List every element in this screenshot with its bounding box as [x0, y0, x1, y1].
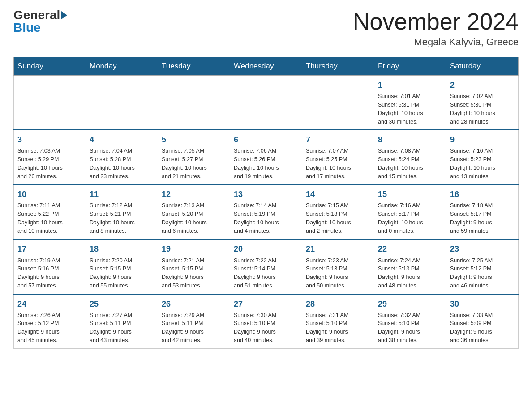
calendar-cell: 30Sunrise: 7:33 AM Sunset: 5:09 PM Dayli… — [446, 294, 519, 349]
calendar-cell: 4Sunrise: 7:04 AM Sunset: 5:28 PM Daylig… — [86, 130, 158, 184]
day-info: Sunrise: 7:11 AM Sunset: 5:22 PM Dayligh… — [17, 201, 82, 235]
day-number: 30 — [450, 298, 515, 310]
calendar-cell: 16Sunrise: 7:18 AM Sunset: 5:17 PM Dayli… — [446, 184, 519, 239]
day-info: Sunrise: 7:25 AM Sunset: 5:12 PM Dayligh… — [450, 257, 515, 290]
day-number: 14 — [306, 188, 370, 200]
calendar-cell — [14, 76, 86, 130]
month-title: November 2024 — [353, 9, 519, 34]
day-info: Sunrise: 7:19 AM Sunset: 5:16 PM Dayligh… — [17, 257, 82, 290]
calendar-cell: 28Sunrise: 7:31 AM Sunset: 5:10 PM Dayli… — [302, 294, 374, 349]
weekday-header-row: SundayMondayTuesdayWednesdayThursdayFrid… — [14, 57, 519, 76]
day-number: 1 — [378, 79, 442, 91]
calendar-cell: 22Sunrise: 7:24 AM Sunset: 5:13 PM Dayli… — [374, 239, 446, 294]
calendar-week-row: 3Sunrise: 7:03 AM Sunset: 5:29 PM Daylig… — [14, 130, 519, 184]
day-number: 22 — [378, 243, 442, 255]
day-number: 29 — [378, 298, 442, 310]
calendar-cell: 29Sunrise: 7:32 AM Sunset: 5:10 PM Dayli… — [374, 294, 446, 349]
day-info: Sunrise: 7:30 AM Sunset: 5:10 PM Dayligh… — [234, 311, 298, 345]
calendar-cell: 25Sunrise: 7:27 AM Sunset: 5:11 PM Dayli… — [86, 294, 158, 349]
calendar-week-row: 24Sunrise: 7:26 AM Sunset: 5:12 PM Dayli… — [14, 294, 519, 349]
day-info: Sunrise: 7:14 AM Sunset: 5:19 PM Dayligh… — [234, 201, 298, 235]
day-info: Sunrise: 7:06 AM Sunset: 5:26 PM Dayligh… — [234, 147, 298, 180]
day-info: Sunrise: 7:23 AM Sunset: 5:13 PM Dayligh… — [306, 257, 370, 290]
calendar-cell: 24Sunrise: 7:26 AM Sunset: 5:12 PM Dayli… — [14, 294, 86, 349]
calendar-cell: 7Sunrise: 7:07 AM Sunset: 5:25 PM Daylig… — [302, 130, 374, 184]
weekday-header-friday: Friday — [374, 57, 446, 76]
day-info: Sunrise: 7:03 AM Sunset: 5:29 PM Dayligh… — [17, 147, 82, 180]
day-number: 15 — [378, 188, 442, 200]
day-number: 12 — [162, 188, 226, 200]
day-number: 9 — [450, 134, 515, 146]
day-info: Sunrise: 7:18 AM Sunset: 5:17 PM Dayligh… — [450, 201, 515, 235]
calendar-cell: 15Sunrise: 7:16 AM Sunset: 5:17 PM Dayli… — [374, 184, 446, 239]
logo: General Blue — [13, 9, 67, 34]
day-number: 8 — [378, 134, 442, 146]
day-info: Sunrise: 7:05 AM Sunset: 5:27 PM Dayligh… — [162, 147, 226, 180]
day-info: Sunrise: 7:26 AM Sunset: 5:12 PM Dayligh… — [17, 311, 82, 345]
weekday-header-saturday: Saturday — [446, 57, 519, 76]
day-number: 28 — [306, 298, 370, 310]
calendar-cell: 10Sunrise: 7:11 AM Sunset: 5:22 PM Dayli… — [14, 184, 86, 239]
calendar-cell: 14Sunrise: 7:15 AM Sunset: 5:18 PM Dayli… — [302, 184, 374, 239]
day-info: Sunrise: 7:24 AM Sunset: 5:13 PM Dayligh… — [378, 257, 442, 290]
day-info: Sunrise: 7:02 AM Sunset: 5:30 PM Dayligh… — [450, 92, 515, 126]
day-number: 23 — [450, 243, 515, 255]
day-info: Sunrise: 7:29 AM Sunset: 5:11 PM Dayligh… — [162, 311, 226, 345]
calendar-cell — [158, 76, 230, 130]
day-info: Sunrise: 7:13 AM Sunset: 5:20 PM Dayligh… — [162, 201, 226, 235]
day-info: Sunrise: 7:07 AM Sunset: 5:25 PM Dayligh… — [306, 147, 370, 180]
logo-blue-text: Blue — [13, 21, 41, 34]
calendar-week-row: 17Sunrise: 7:19 AM Sunset: 5:16 PM Dayli… — [14, 239, 519, 294]
calendar-cell: 13Sunrise: 7:14 AM Sunset: 5:19 PM Dayli… — [230, 184, 302, 239]
calendar-cell — [86, 76, 158, 130]
day-number: 26 — [162, 298, 226, 310]
day-info: Sunrise: 7:08 AM Sunset: 5:24 PM Dayligh… — [378, 147, 442, 180]
calendar-cell: 23Sunrise: 7:25 AM Sunset: 5:12 PM Dayli… — [446, 239, 519, 294]
logo-general-text: General — [13, 9, 60, 21]
day-number: 25 — [90, 298, 154, 310]
day-number: 2 — [450, 79, 515, 91]
day-info: Sunrise: 7:16 AM Sunset: 5:17 PM Dayligh… — [378, 201, 442, 235]
calendar-week-row: 1Sunrise: 7:01 AM Sunset: 5:31 PM Daylig… — [14, 76, 519, 130]
day-info: Sunrise: 7:21 AM Sunset: 5:15 PM Dayligh… — [162, 257, 226, 290]
day-info: Sunrise: 7:22 AM Sunset: 5:14 PM Dayligh… — [234, 257, 298, 290]
calendar-cell: 8Sunrise: 7:08 AM Sunset: 5:24 PM Daylig… — [374, 130, 446, 184]
day-number: 27 — [234, 298, 298, 310]
logo-arrow-icon — [61, 11, 67, 19]
calendar-cell: 11Sunrise: 7:12 AM Sunset: 5:21 PM Dayli… — [86, 184, 158, 239]
day-number: 19 — [162, 243, 226, 255]
day-number: 3 — [17, 134, 82, 146]
day-number: 11 — [90, 188, 154, 200]
day-info: Sunrise: 7:12 AM Sunset: 5:21 PM Dayligh… — [90, 201, 154, 235]
location-title: Megala Kalyvia, Greece — [353, 36, 519, 48]
day-info: Sunrise: 7:04 AM Sunset: 5:28 PM Dayligh… — [90, 147, 154, 180]
day-info: Sunrise: 7:01 AM Sunset: 5:31 PM Dayligh… — [378, 92, 442, 126]
calendar-cell: 19Sunrise: 7:21 AM Sunset: 5:15 PM Dayli… — [158, 239, 230, 294]
day-info: Sunrise: 7:15 AM Sunset: 5:18 PM Dayligh… — [306, 201, 370, 235]
day-number: 21 — [306, 243, 370, 255]
calendar-cell: 6Sunrise: 7:06 AM Sunset: 5:26 PM Daylig… — [230, 130, 302, 184]
day-number: 4 — [90, 134, 154, 146]
title-block: November 2024 Megala Kalyvia, Greece — [353, 9, 519, 48]
day-info: Sunrise: 7:32 AM Sunset: 5:10 PM Dayligh… — [378, 311, 442, 345]
calendar-cell: 12Sunrise: 7:13 AM Sunset: 5:20 PM Dayli… — [158, 184, 230, 239]
day-number: 5 — [162, 134, 226, 146]
day-info: Sunrise: 7:33 AM Sunset: 5:09 PM Dayligh… — [450, 311, 515, 345]
page-header: General Blue November 2024 Megala Kalyvi… — [13, 9, 519, 48]
calendar-cell — [302, 76, 374, 130]
calendar-cell — [230, 76, 302, 130]
weekday-header-monday: Monday — [86, 57, 158, 76]
weekday-header-thursday: Thursday — [302, 57, 374, 76]
calendar-cell: 18Sunrise: 7:20 AM Sunset: 5:15 PM Dayli… — [86, 239, 158, 294]
day-number: 7 — [306, 134, 370, 146]
day-info: Sunrise: 7:10 AM Sunset: 5:23 PM Dayligh… — [450, 147, 515, 180]
day-number: 24 — [17, 298, 82, 310]
day-number: 10 — [17, 188, 82, 200]
day-number: 20 — [234, 243, 298, 255]
day-number: 18 — [90, 243, 154, 255]
calendar-cell: 17Sunrise: 7:19 AM Sunset: 5:16 PM Dayli… — [14, 239, 86, 294]
day-info: Sunrise: 7:31 AM Sunset: 5:10 PM Dayligh… — [306, 311, 370, 345]
day-number: 16 — [450, 188, 515, 200]
calendar-cell: 27Sunrise: 7:30 AM Sunset: 5:10 PM Dayli… — [230, 294, 302, 349]
day-info: Sunrise: 7:20 AM Sunset: 5:15 PM Dayligh… — [90, 257, 154, 290]
